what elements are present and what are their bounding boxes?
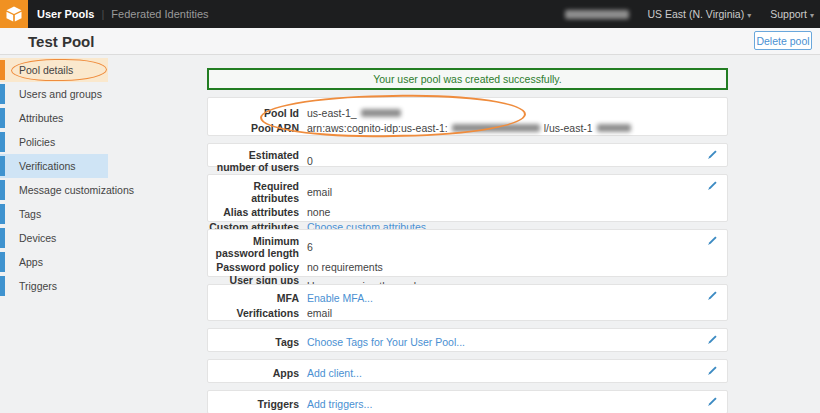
tab-indicator — [0, 180, 5, 200]
edit-pencil-icon[interactable] — [707, 334, 718, 345]
pool-id-row: Pool Id us-east-1_ — [208, 105, 727, 120]
sidebar-item-devices[interactable]: Devices — [0, 226, 108, 250]
edit-pencil-icon[interactable] — [707, 365, 718, 376]
edit-pencil-icon[interactable] — [707, 235, 718, 246]
active-tab-indicator — [0, 60, 5, 80]
tab-indicator — [0, 252, 5, 272]
nav-user-pools[interactable]: User Pools — [37, 8, 94, 20]
tab-indicator — [0, 108, 5, 128]
choose-tags-link[interactable]: Choose Tags for Your User Pool... — [307, 336, 465, 348]
sidebar-item-tags[interactable]: Tags — [0, 202, 108, 226]
sidebar-item-pool-details[interactable]: Pool details — [0, 58, 108, 82]
tab-indicator — [0, 132, 5, 152]
redacted-pool-id — [361, 109, 401, 117]
edit-pencil-icon[interactable] — [707, 180, 718, 191]
tab-indicator — [0, 84, 5, 104]
add-client-link[interactable]: Add client... — [307, 367, 362, 379]
region-selector[interactable]: US East (N. Virginia)▾ — [648, 8, 752, 20]
sidebar-item-attributes[interactable]: Attributes — [0, 106, 108, 130]
pool-id-value: us-east-1_ — [307, 107, 401, 119]
success-banner: Your user pool was created successfully. — [207, 68, 728, 90]
tags-card: Tags Choose Tags for Your User Pool... — [207, 328, 728, 352]
edit-pencil-icon[interactable] — [707, 290, 718, 301]
edit-pencil-icon[interactable] — [707, 396, 718, 407]
nav-separator: | — [101, 8, 104, 20]
pool-info-card: Pool Id us-east-1_ Pool ARN arn:aws:cogn… — [207, 97, 728, 136]
support-menu[interactable]: Support▾ — [770, 8, 814, 20]
add-triggers-link[interactable]: Add triggers... — [307, 398, 372, 410]
sidebar-item-apps[interactable]: Apps — [0, 250, 108, 274]
tab-indicator — [0, 228, 5, 248]
tab-indicator — [0, 204, 5, 224]
pool-arn-row: Pool ARN arn:aws:cognito-idp:us-east-1: … — [208, 120, 727, 135]
redacted-pool-suffix — [597, 124, 631, 132]
page-title: Test Pool — [28, 33, 94, 50]
pool-id-label: Pool Id — [208, 107, 299, 119]
cube-icon — [4, 4, 24, 24]
pool-arn-value: arn:aws:cognito-idp:us-east-1: l/us-east… — [307, 122, 631, 134]
success-message: Your user pool was created successfully. — [373, 73, 562, 85]
sidebar-item-message-customizations[interactable]: Message customizations — [0, 178, 108, 202]
chevron-down-icon: ▾ — [747, 11, 751, 20]
nav-federated-identities[interactable]: Federated Identities — [111, 8, 208, 20]
chevron-down-icon: ▾ — [810, 11, 814, 20]
redacted-account-name[interactable] — [565, 10, 629, 19]
password-policy-card: Minimum password length 6 Password polic… — [207, 229, 728, 277]
tab-indicator — [0, 156, 5, 176]
tab-indicator — [0, 276, 5, 296]
page-header: Test Pool Delete pool — [0, 28, 820, 55]
edit-pencil-icon[interactable] — [707, 149, 718, 160]
sidebar-item-policies[interactable]: Policies — [0, 130, 108, 154]
main-content: Your user pool was created successfully.… — [207, 55, 728, 413]
triggers-card: Triggers Add triggers... — [207, 390, 728, 413]
mfa-card: MFA Enable MFA... Verifications email — [207, 284, 728, 321]
sidebar-item-triggers[interactable]: Triggers — [0, 274, 108, 298]
attributes-card: Required attributes email Alias attribut… — [207, 174, 728, 222]
aws-cognito-logo-icon[interactable] — [0, 0, 28, 28]
delete-pool-button[interactable]: Delete pool — [754, 31, 812, 50]
enable-mfa-link[interactable]: Enable MFA... — [307, 292, 373, 304]
pool-arn-label: Pool ARN — [208, 122, 299, 134]
apps-card: Apps Add client... — [207, 359, 728, 383]
redacted-account-id — [452, 124, 540, 132]
sidebar-item-verifications[interactable]: Verifications — [0, 154, 108, 178]
estimated-users-card: Estimated number of users 0 — [207, 143, 728, 167]
sidebar-item-users-and-groups[interactable]: Users and groups — [0, 82, 108, 106]
top-navbar: User Pools | Federated Identities US Eas… — [0, 0, 820, 28]
sidebar: Pool details Users and groups Attributes… — [0, 58, 190, 298]
